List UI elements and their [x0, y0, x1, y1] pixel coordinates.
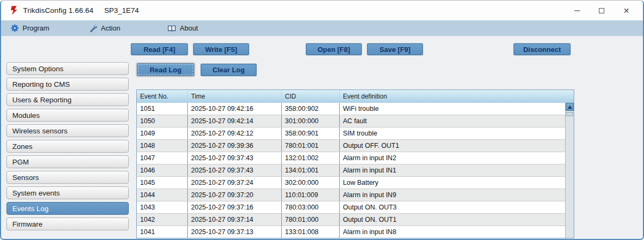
cell-event-definition: AC fault — [340, 115, 574, 127]
cell-event-definition: Low Battery — [340, 177, 574, 189]
sidebar-item-modules[interactable]: Modules — [6, 109, 129, 122]
gear-icon — [11, 24, 19, 32]
device-name: SP3_1E74 — [104, 6, 139, 14]
save-button[interactable]: Save [F9] — [367, 43, 423, 55]
cell-event-no: 1051 — [137, 103, 188, 115]
sidebar-item-sensors[interactable]: Sensors — [6, 171, 129, 184]
cell-time: 2025-10-27 09:37:20 — [188, 189, 282, 201]
cell-event-definition: Alarm in input IN9 — [340, 189, 574, 201]
table-row[interactable]: 1046 2025-10-27 09:37:43 134:01:001 Alar… — [137, 164, 574, 177]
table-row[interactable]: 1042 2025-10-27 09:37:14 780:01:000 Outp… — [137, 214, 574, 226]
table-row[interactable]: 1048 2025-10-27 09:39:36 780:01:001 Outp… — [137, 140, 574, 152]
scrollbar-thumb[interactable] — [566, 112, 573, 116]
cell-time: 2025-10-27 09:37:43 — [188, 152, 282, 164]
sidebar-item-firmware[interactable]: Firmware — [6, 218, 129, 230]
clear-log-button[interactable]: Clear Log — [201, 64, 257, 76]
menu-program-label: Program — [23, 24, 49, 32]
app-logo-icon — [10, 6, 18, 15]
menu-action[interactable]: Action — [89, 24, 147, 32]
read-log-button[interactable]: Read Log — [137, 63, 194, 76]
close-icon: ✕ — [623, 7, 630, 14]
menu-bar: Program Action About — [1, 20, 643, 36]
cell-cid: 780:03:000 — [282, 201, 340, 213]
table-row[interactable]: 1047 2025-10-27 09:37:43 132:01:002 Alar… — [137, 152, 574, 164]
column-header-time[interactable]: Time — [188, 90, 282, 103]
cell-cid: 780:01:001 — [282, 140, 340, 152]
minimize-button[interactable] — [565, 1, 589, 20]
cell-time: 2025-10-27 09:37:43 — [188, 164, 282, 176]
sidebar-item-events-log[interactable]: Events Log — [6, 202, 129, 215]
table-body: 1051 2025-10-27 09:42:16 358:00:902 WiFi… — [137, 103, 574, 238]
cell-cid: 302:00:000 — [282, 177, 340, 189]
cell-time: 2025-10-27 09:39:36 — [188, 140, 282, 152]
cell-event-definition: Output ON. OUT1 — [340, 214, 574, 226]
events-table: Event No. Time CID Event definition 1051… — [136, 89, 574, 238]
cell-cid: 134:01:001 — [282, 164, 340, 176]
disconnect-button[interactable]: Disconnect — [514, 43, 570, 55]
maximize-icon — [599, 8, 604, 13]
open-button[interactable]: Open [F8] — [306, 43, 362, 55]
menu-about-label: About — [180, 24, 198, 32]
close-button[interactable]: ✕ — [614, 1, 639, 20]
cell-event-definition: Alarm in input IN2 — [340, 152, 574, 164]
cell-event-no: 1046 — [137, 164, 188, 176]
table-row[interactable]: 1050 2025-10-27 09:42:14 301:00:000 AC f… — [137, 115, 574, 128]
cell-cid: 132:01:002 — [282, 152, 340, 164]
write-button[interactable]: Write [F5] — [193, 43, 249, 55]
book-icon — [167, 25, 176, 32]
cell-event-no: 1042 — [137, 214, 188, 226]
cell-event-no: 1043 — [137, 201, 188, 213]
cell-cid: 358:00:901 — [282, 128, 340, 139]
app-window: TrikdisConfig 1.66.64 SP3_1E74 ✕ Program — [0, 0, 644, 240]
table-row[interactable]: 1044 2025-10-27 09:37:20 110:01:009 Alar… — [137, 189, 574, 201]
cell-time: 2025-10-27 09:42:12 — [188, 128, 282, 139]
maximize-button[interactable] — [589, 1, 614, 20]
cell-event-no: 1045 — [137, 177, 188, 189]
table-header: Event No. Time CID Event definition — [137, 90, 574, 103]
cell-time: 2025-10-27 09:42:14 — [188, 115, 282, 127]
cell-time: 2025-10-27 09:42:16 — [188, 103, 282, 115]
cell-time: 2025-10-27 09:37:14 — [188, 214, 282, 226]
table-row[interactable]: 1045 2025-10-27 09:37:24 302:00:000 Low … — [137, 177, 574, 189]
cell-time: 2025-10-27 09:37:13 — [188, 226, 282, 238]
table-row[interactable]: 1049 2025-10-27 09:42:12 358:00:901 SIM … — [137, 128, 574, 140]
cell-event-no: 1041 — [137, 226, 188, 238]
column-header-event-definition[interactable]: Event definition — [340, 90, 574, 103]
sidebar-item-zones[interactable]: Zones — [6, 140, 129, 153]
table-row[interactable]: 1051 2025-10-27 09:42:16 358:00:902 WiFi… — [137, 103, 574, 115]
main-content: Read [F4] Write [F5] Open [F8] Save [F9]… — [1, 37, 643, 239]
menu-action-label: Action — [101, 24, 120, 32]
read-button[interactable]: Read [F4] — [131, 43, 188, 55]
menu-program[interactable]: Program — [11, 24, 74, 32]
cell-event-definition: WiFi trouble — [340, 103, 574, 115]
scrollbar-up-button[interactable] — [566, 103, 574, 111]
column-header-event-no[interactable]: Event No. — [137, 90, 188, 103]
cell-cid: 358:00:902 — [282, 103, 340, 115]
menu-about[interactable]: About — [167, 24, 216, 32]
cell-event-no: 1050 — [137, 115, 188, 127]
cell-event-definition: SIM trouble — [340, 128, 574, 139]
minimize-icon — [574, 10, 580, 11]
cell-time: 2025-10-27 09:37:24 — [188, 177, 282, 189]
sidebar-item-pgm[interactable]: PGM — [6, 155, 129, 168]
table-row[interactable]: 1043 2025-10-27 09:37:16 780:03:000 Outp… — [137, 201, 574, 214]
cell-event-definition: Alarm in input IN8 — [340, 226, 574, 238]
cell-time: 2025-10-27 09:37:16 — [188, 201, 282, 213]
sidebar-item-system-events[interactable]: System events — [6, 186, 129, 199]
title-bar: TrikdisConfig 1.66.64 SP3_1E74 ✕ — [1, 1, 643, 20]
cell-cid: 780:01:000 — [282, 214, 340, 226]
sidebar-item-users-reporting[interactable]: Users & Reporting — [6, 93, 129, 106]
cell-event-no: 1044 — [137, 189, 188, 201]
table-scrollbar[interactable] — [565, 103, 574, 238]
cell-event-definition: Output OFF. OUT1 — [340, 140, 574, 152]
table-row[interactable]: 1041 2025-10-27 09:37:13 133:01:008 Alar… — [137, 226, 574, 238]
cell-event-definition: Alarm in input IN1 — [340, 164, 574, 176]
sidebar-item-wireless-sensors[interactable]: Wireless sensors — [6, 124, 129, 137]
cell-cid: 110:01:009 — [282, 189, 340, 201]
column-header-cid[interactable]: CID — [282, 90, 340, 103]
cell-event-no: 1048 — [137, 140, 188, 152]
window-controls: ✕ — [565, 1, 639, 20]
wrench-icon — [89, 24, 97, 32]
sidebar-item-reporting-to-cms[interactable]: Reporting to CMS — [6, 78, 129, 91]
sidebar-item-system-options[interactable]: System Options — [6, 62, 129, 75]
